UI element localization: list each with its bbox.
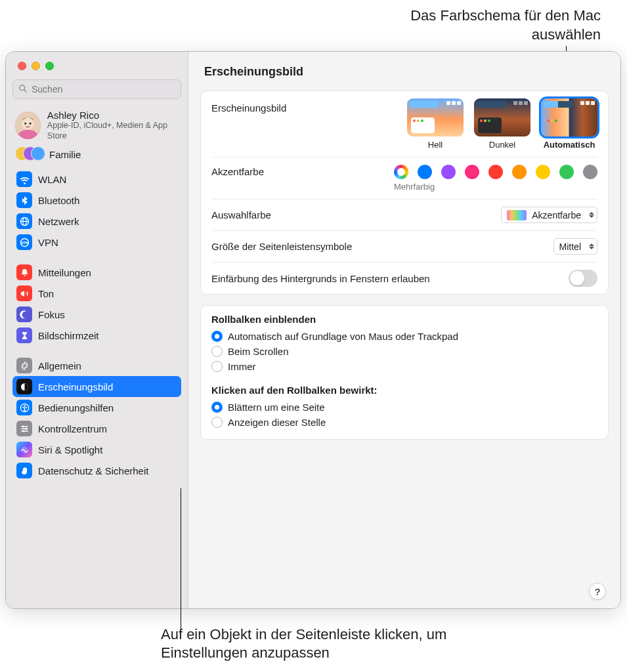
thumb-dark-icon bbox=[474, 98, 530, 136]
help-button[interactable]: ? bbox=[589, 583, 606, 600]
appearance-option-auto[interactable]: Automatisch bbox=[541, 98, 597, 150]
sidebar-item-bildschirmzeit[interactable]: Bildschirmzeit bbox=[12, 325, 181, 346]
sidebar-item-fokus[interactable]: Fokus bbox=[12, 304, 181, 325]
hourglass-icon bbox=[16, 327, 32, 343]
sidebar-item-label: Ton bbox=[38, 288, 54, 299]
thumb-light-icon bbox=[407, 98, 464, 136]
popup-arrows-icon bbox=[589, 243, 594, 249]
accent-swatch-yellow[interactable] bbox=[536, 165, 550, 179]
wallpaper-tint-row: Einfärbung des Hintergrunds in Fenstern … bbox=[211, 262, 597, 294]
sidebar-item-erscheinungsbild[interactable]: Erscheinungsbild bbox=[12, 376, 181, 397]
sidebar-item-siri-spotlight[interactable]: Siri & Spotlight bbox=[12, 439, 181, 460]
accent-swatch-orange[interactable] bbox=[512, 165, 527, 179]
bluetooth-icon bbox=[16, 192, 32, 208]
annotation-leader-bottom bbox=[181, 488, 181, 629]
sidebar-item-netzwerk[interactable]: Netzwerk bbox=[12, 211, 181, 232]
sidebar-item-label: Netzwerk bbox=[38, 216, 79, 227]
account-subtitle: Apple-ID, iCloud+, Medien & App Store bbox=[47, 121, 179, 141]
avatar bbox=[15, 112, 41, 139]
wallpaper-tint-label: Einfärbung des Hintergrunds in Fenstern … bbox=[211, 273, 569, 284]
accent-swatch-multi[interactable] bbox=[394, 165, 408, 179]
appearance-option-label: Hell bbox=[428, 140, 443, 150]
sidebar-item-vpn[interactable]: VPNVPN bbox=[12, 232, 181, 253]
svg-line-1 bbox=[24, 89, 27, 92]
sidebar-item-kontrollzentrum[interactable]: Kontrollzentrum bbox=[12, 418, 181, 439]
sidebar-icon-size-popup[interactable]: Mittel bbox=[553, 238, 597, 255]
wifi-icon bbox=[16, 171, 32, 187]
appearance-option-label: Automatisch bbox=[544, 140, 595, 150]
search-field-container[interactable] bbox=[12, 79, 181, 99]
appearance-option-dark[interactable]: Dunkel bbox=[474, 98, 530, 150]
contrast-icon bbox=[16, 379, 32, 394]
appearance-panel: Erscheinungsbild HellDunkelAutomatisch A… bbox=[200, 91, 609, 295]
sidebar-list: WLANBluetoothNetzwerkVPNVPNMitteilungenT… bbox=[6, 169, 188, 494]
appearance-row: Erscheinungsbild HellDunkelAutomatisch bbox=[211, 91, 597, 157]
highlight-row: Auswahlfarbe Akzentfarbe bbox=[211, 199, 597, 230]
sidebar-item-label: Fokus bbox=[38, 309, 65, 320]
annotation-top: Das Farbschema für den Mac auswählen bbox=[371, 7, 601, 44]
scrollbar-show-option[interactable]: Immer bbox=[211, 359, 597, 374]
bell-icon bbox=[16, 264, 32, 280]
appearance-options: HellDunkelAutomatisch bbox=[407, 98, 597, 150]
wallpaper-tint-toggle[interactable] bbox=[569, 270, 597, 287]
close-button[interactable] bbox=[18, 62, 26, 70]
scrollbar-show-option[interactable]: Automatisch auf Grundlage von Maus oder … bbox=[211, 329, 597, 344]
siri-icon bbox=[16, 442, 32, 457]
search-icon bbox=[18, 84, 28, 95]
globe-icon bbox=[16, 213, 32, 229]
appearance-label: Erscheinungsbild bbox=[211, 98, 407, 114]
svg-point-17 bbox=[22, 430, 24, 432]
scrollbar-show-option-label: Immer bbox=[228, 361, 256, 372]
system-settings-window: Ashley Rico Apple-ID, iCloud+, Medien & … bbox=[5, 51, 621, 609]
svg-text:VPN: VPN bbox=[20, 241, 28, 245]
gear-icon bbox=[16, 358, 32, 373]
search-input[interactable] bbox=[32, 84, 175, 94]
accent-swatch-blue[interactable] bbox=[418, 165, 432, 179]
sidebar-item-bluetooth[interactable]: Bluetooth bbox=[12, 190, 181, 211]
accent-sublabel: Mehrfarbig bbox=[394, 182, 435, 192]
scrollbar-click-option[interactable]: Anzeigen dieser Stelle bbox=[211, 415, 597, 430]
svg-point-14 bbox=[24, 405, 26, 407]
appearance-option-light[interactable]: Hell bbox=[407, 98, 464, 150]
popup-arrows-icon bbox=[589, 212, 594, 218]
apple-id-account[interactable]: Ashley Rico Apple-ID, iCloud+, Medien & … bbox=[6, 106, 188, 144]
accent-swatch-red[interactable] bbox=[488, 165, 503, 179]
scrollbar-show-option-label: Beim Scrollen bbox=[228, 346, 289, 357]
highlight-popup[interactable]: Akzentfarbe bbox=[501, 207, 597, 223]
scrollbar-click-option[interactable]: Blättern um eine Seite bbox=[211, 400, 597, 415]
scrollbar-show-option[interactable]: Beim Scrollen bbox=[211, 344, 597, 359]
radio-icon bbox=[211, 346, 223, 357]
sidebar-item-ton[interactable]: Ton bbox=[12, 283, 181, 304]
family-label: Familie bbox=[49, 149, 81, 160]
sidebar-icon-size-value: Mittel bbox=[559, 242, 581, 252]
radio-icon bbox=[211, 402, 223, 413]
family-avatars-icon bbox=[15, 146, 43, 162]
sidebar-item-label: Kontrollzentrum bbox=[38, 423, 107, 434]
account-name: Ashley Rico bbox=[47, 110, 179, 121]
accessibility-icon bbox=[16, 400, 32, 415]
accent-swatch-purple[interactable] bbox=[441, 165, 456, 179]
sidebar-item-allgemein[interactable]: Allgemein bbox=[12, 355, 181, 376]
accent-swatch-gray[interactable] bbox=[583, 165, 597, 179]
window-controls bbox=[6, 52, 188, 75]
accent-swatch-pink[interactable] bbox=[465, 165, 479, 179]
svg-point-6 bbox=[30, 123, 32, 125]
sidebar-item-label: Bluetooth bbox=[38, 195, 79, 206]
sidebar-item-label: Allgemein bbox=[38, 360, 81, 371]
family-row[interactable]: Familie bbox=[6, 144, 188, 169]
sidebar-item-label: WLAN bbox=[38, 174, 66, 185]
svg-point-4 bbox=[22, 117, 33, 129]
accent-swatch-green[interactable] bbox=[559, 165, 574, 179]
scrollbar-show-title: Rollbalken einblenden bbox=[211, 314, 597, 325]
scrollbar-show-option-label: Automatisch auf Grundlage von Maus oder … bbox=[228, 331, 458, 342]
minimize-button[interactable] bbox=[32, 62, 40, 70]
sidebar-item-mitteilungen[interactable]: Mitteilungen bbox=[12, 262, 181, 283]
vpn-icon: VPN bbox=[16, 234, 32, 250]
fullscreen-button[interactable] bbox=[45, 62, 54, 70]
sidebar-item-bedienungshilfen[interactable]: Bedienungshilfen bbox=[12, 397, 181, 418]
sidebar: Ashley Rico Apple-ID, iCloud+, Medien & … bbox=[6, 52, 188, 608]
sidebar-item-wlan[interactable]: WLAN bbox=[12, 169, 181, 190]
speaker-icon bbox=[16, 285, 32, 301]
sidebar-item-datenschutz-sicherheit[interactable]: Datenschutz & Sicherheit bbox=[12, 460, 181, 481]
scrollbar-panel: Rollbalken einblenden Automatisch auf Gr… bbox=[200, 305, 609, 440]
